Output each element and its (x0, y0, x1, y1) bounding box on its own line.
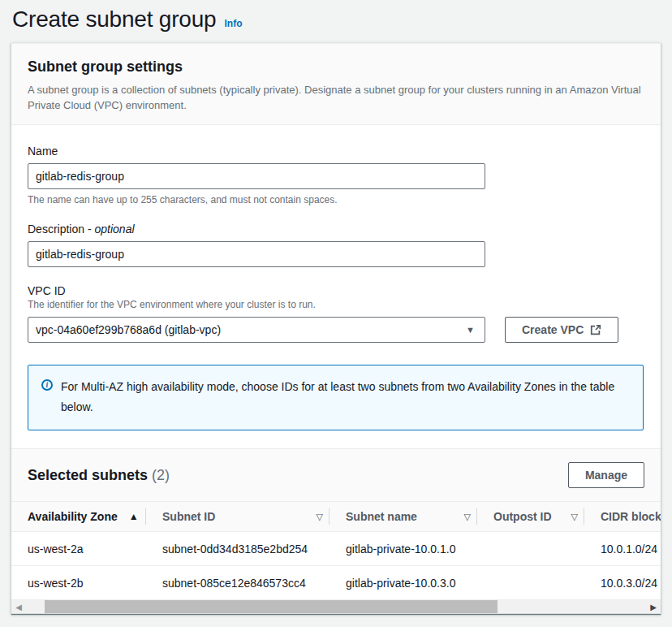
settings-section-header: Subnet group settings A subnet group is … (11, 44, 661, 125)
subnet-count: (2) (152, 467, 170, 483)
column-header-availability-zone[interactable]: Availability Zone ▲ (11, 502, 146, 532)
settings-form: Name The name can have up to 255 charact… (11, 125, 661, 448)
vpc-id-selected-value: vpc-04a60ef299b768a6d (gitlab-vpc) (36, 323, 221, 336)
scroll-left-arrow-icon[interactable]: ◀ (11, 600, 26, 613)
vpc-field-group: VPC ID The identifier for the VPC enviro… (28, 284, 644, 343)
name-field-group: Name The name can have up to 255 charact… (28, 145, 644, 205)
vpc-id-select[interactable]: vpc-04a60ef299b768a6d (gitlab-vpc) ▼ (28, 317, 485, 343)
alert-text: For Multi-AZ high availability mode, cho… (61, 377, 621, 417)
subnet-group-settings-card: Subnet group settings A subnet group is … (11, 43, 661, 614)
info-icon: i (41, 379, 53, 391)
table-row: us-west-2a subnet-0dd34d3185e2bd254 gitl… (11, 532, 661, 566)
name-input[interactable] (28, 163, 485, 189)
description-field-group: Description - optional (28, 223, 644, 267)
scrollbar-track[interactable] (26, 600, 646, 613)
subnets-table: Availability Zone ▲ Subnet ID ▽ Subnet n… (11, 501, 661, 600)
cell-cidr-block: 10.0.3.0/24 (584, 566, 661, 600)
name-hint: The name can have up to 255 characters, … (28, 194, 644, 205)
selected-subnets-heading: Selected subnets (2) (28, 467, 170, 484)
multi-az-info-alert: i For Multi-AZ high availability mode, c… (28, 365, 644, 430)
cell-outpost-id (477, 566, 584, 600)
sort-icon: ▽ (464, 512, 471, 522)
scrollbar-thumb[interactable] (45, 600, 498, 613)
cell-cidr-block: 10.0.1.0/24 (584, 532, 661, 566)
table-header-row: Availability Zone ▲ Subnet ID ▽ Subnet n… (11, 502, 661, 532)
column-header-subnet-name[interactable]: Subnet name ▽ (330, 502, 477, 532)
column-header-subnet-id[interactable]: Subnet ID ▽ (146, 502, 330, 532)
chevron-down-icon: ▼ (466, 325, 475, 335)
horizontal-scrollbar: ◀ ▶ (11, 600, 661, 614)
cell-subnet-name: gitlab-private-10.0.3.0 (330, 566, 477, 600)
scroll-right-arrow-icon[interactable]: ▶ (646, 600, 661, 613)
manage-button[interactable]: Manage (568, 462, 644, 488)
info-link[interactable]: Info (224, 18, 242, 29)
create-subnet-group-page: Create subnet group Info Subnet group se… (0, 0, 672, 627)
cell-availability-zone: us-west-2b (11, 566, 146, 600)
vpc-id-label: VPC ID (28, 284, 644, 297)
name-label: Name (28, 145, 644, 158)
sort-ascending-icon: ▲ (129, 511, 139, 522)
selected-subnets-header: Selected subnets (2) Manage (11, 448, 661, 501)
cell-outpost-id (477, 532, 584, 566)
column-header-outpost-id[interactable]: Outpost ID ▽ (477, 502, 584, 532)
vpc-id-hint: The identifier for the VPC environment w… (28, 299, 644, 310)
sort-icon: ▽ (571, 512, 578, 522)
page-title: Create subnet group (12, 6, 216, 32)
settings-description: A subnet group is a collection of subnet… (28, 82, 644, 113)
cell-availability-zone: us-west-2a (11, 532, 146, 566)
vpc-row: vpc-04a60ef299b768a6d (gitlab-vpc) ▼ Cre… (28, 317, 644, 343)
create-vpc-button[interactable]: Create VPC (505, 317, 618, 343)
cell-subnet-name: gitlab-private-10.0.1.0 (330, 532, 477, 566)
page-header: Create subnet group Info (0, 0, 672, 43)
column-header-cidr-block[interactable]: CIDR block (584, 502, 661, 532)
description-label: Description - optional (28, 223, 644, 236)
cell-subnet-id: subnet-0dd34d3185e2bd254 (146, 532, 330, 566)
settings-heading: Subnet group settings (28, 58, 644, 76)
optional-suffix: optional (94, 223, 134, 236)
table-row: us-west-2b subnet-085ce12e846573cc4 gitl… (11, 566, 661, 600)
description-input[interactable] (28, 241, 485, 267)
external-link-icon (590, 324, 601, 335)
sort-icon: ▽ (317, 512, 323, 522)
cell-subnet-id: subnet-085ce12e846573cc4 (146, 566, 330, 600)
